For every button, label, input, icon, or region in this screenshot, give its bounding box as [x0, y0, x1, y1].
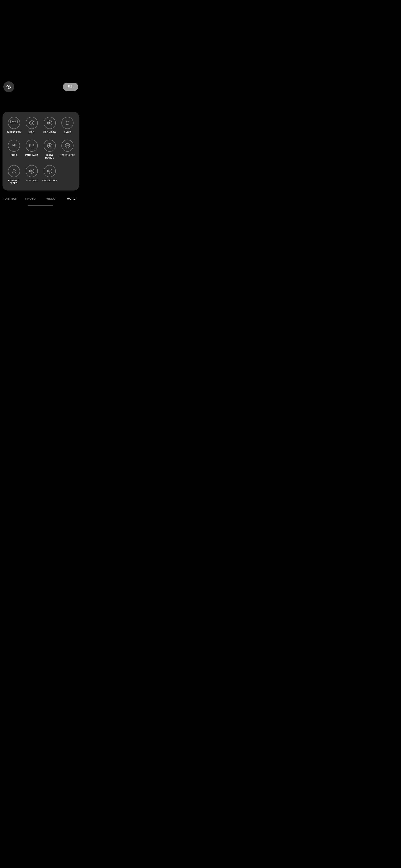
nav-portrait[interactable]: PORTRAIT	[0, 196, 21, 202]
slow-motion-icon-circle	[44, 140, 56, 152]
modes-row-1: RAW ↓ EXPERT RAW	[5, 117, 77, 134]
night-icon	[64, 120, 70, 126]
pro-icon-circle	[26, 117, 38, 129]
panorama-icon	[29, 143, 35, 149]
single-take-icon	[47, 168, 53, 174]
svg-point-14	[12, 147, 13, 147]
night-icon-circle	[61, 117, 74, 129]
svg-line-6	[30, 121, 31, 122]
mode-slow-motion[interactable]: SLOWMOTION	[41, 140, 59, 159]
dual-rec-label: DUAL REC	[26, 179, 37, 182]
nav-video[interactable]: VIDEO	[41, 196, 61, 202]
home-indicator	[0, 203, 82, 207]
modes-row-2: FOOD PANORAMA SLOWMOTION	[5, 140, 77, 159]
svg-line-7	[33, 124, 33, 125]
single-take-icon-circle	[44, 165, 56, 177]
mode-single-take[interactable]: SINGLE TAKE	[41, 165, 59, 185]
mode-food[interactable]: FOOD	[5, 140, 23, 159]
expert-raw-icon-circle: RAW ↓	[8, 117, 20, 129]
mode-pro-video[interactable]: PRO VIDEO	[41, 117, 59, 134]
pro-label: PRO	[29, 131, 34, 134]
mode-portrait-video[interactable]: PORTRAITVIDEO	[5, 165, 23, 185]
bottom-nav: PORTRAIT PHOTO VIDEO MORE	[0, 192, 82, 203]
eye-button[interactable]	[3, 82, 14, 92]
top-controls: Edit	[0, 82, 82, 92]
slow-motion-icon	[47, 143, 53, 149]
portrait-video-icon-circle	[8, 165, 20, 177]
dual-rec-icon	[29, 168, 35, 174]
modes-row-3: PORTRAITVIDEO DUAL REC	[5, 165, 77, 185]
mode-hyperlapse[interactable]: HYPERLAPSE	[59, 140, 77, 159]
pro-icon	[29, 120, 35, 126]
mode-expert-raw[interactable]: RAW ↓ EXPERT RAW	[5, 117, 23, 134]
svg-point-0	[8, 86, 9, 88]
svg-point-23	[66, 146, 66, 146]
svg-point-10	[31, 122, 33, 124]
dual-rec-icon-circle	[26, 165, 38, 177]
slow-motion-label: SLOWMOTION	[45, 154, 54, 159]
food-icon-circle	[8, 140, 20, 152]
panorama-icon-circle	[26, 140, 38, 152]
pro-video-icon	[47, 120, 53, 126]
mode-panorama[interactable]: PANORAMA	[23, 140, 41, 159]
pro-video-icon-circle	[44, 117, 56, 129]
modes-panel: RAW ↓ EXPERT RAW	[2, 112, 79, 190]
portrait-video-icon	[11, 168, 17, 174]
hyperlapse-icon	[64, 143, 70, 149]
food-label: FOOD	[11, 154, 17, 156]
food-icon	[11, 143, 17, 149]
svg-point-15	[15, 147, 16, 147]
pro-video-label: PRO VIDEO	[44, 131, 56, 134]
svg-line-9	[30, 124, 31, 125]
single-take-label: SINGLE TAKE	[42, 179, 57, 182]
hyperlapse-icon-circle	[61, 140, 74, 152]
home-bar	[28, 205, 53, 206]
nav-more[interactable]: MORE	[61, 196, 82, 202]
mode-dual-rec[interactable]: DUAL REC	[23, 165, 41, 185]
edit-button[interactable]: Edit	[63, 83, 78, 91]
mode-pro[interactable]: PRO	[23, 117, 41, 134]
panorama-label: PANORAMA	[25, 154, 38, 156]
svg-point-38	[49, 171, 50, 172]
night-label: NIGHT	[64, 131, 71, 134]
mode-night[interactable]: NIGHT	[59, 117, 77, 134]
nav-photo[interactable]: PHOTO	[21, 196, 41, 202]
expert-raw-label: EXPERT RAW	[6, 131, 21, 134]
hyperlapse-label: HYPERLAPSE	[60, 154, 75, 156]
eye-icon	[6, 84, 11, 89]
svg-point-28	[13, 170, 15, 171]
svg-point-25	[68, 146, 69, 146]
svg-point-19	[49, 145, 50, 146]
portrait-video-label: PORTRAITVIDEO	[8, 179, 20, 185]
expert-raw-icon: RAW ↓	[10, 120, 18, 126]
svg-line-8	[33, 121, 33, 122]
